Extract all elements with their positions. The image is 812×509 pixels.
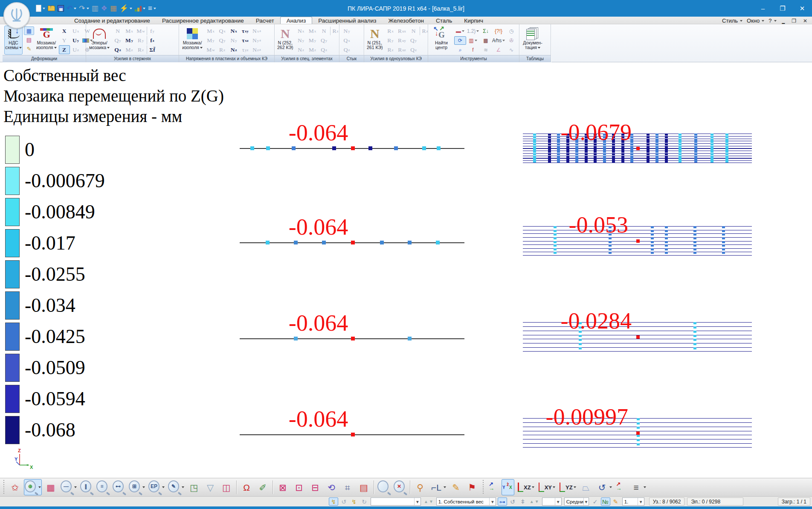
result-letter-button[interactable]: Ruz xyxy=(397,45,408,54)
result-letter-button[interactable]: My xyxy=(205,36,216,45)
save-document-icon[interactable] xyxy=(58,5,64,12)
result-letter-button[interactable]: Rz xyxy=(135,45,146,54)
history-flag-3[interactable]: ↯ xyxy=(349,497,359,506)
qat-overflow-icon[interactable]: ≡ xyxy=(148,5,156,12)
zoom-draw-button[interactable]: ✎ xyxy=(167,479,185,495)
tab-анализ[interactable]: Анализ xyxy=(280,17,313,24)
axes-xyz-button[interactable]: ↑YXZ xyxy=(502,479,514,495)
result-letter-button[interactable]: N xyxy=(408,26,419,35)
tab-расширенный-анализ[interactable]: Расширенный анализ xyxy=(312,17,382,24)
brush-button[interactable]: ✐ xyxy=(255,479,270,495)
result-letter-button[interactable]: Uz xyxy=(70,45,81,54)
measure-button[interactable]: ✎ xyxy=(24,44,34,53)
view-xz-button[interactable]: XZ xyxy=(516,479,535,495)
view-yz-button[interactable]: YZ xyxy=(558,479,577,495)
result-letter-button[interactable]: τxz xyxy=(240,36,251,45)
history-flag-4[interactable]: ↻ xyxy=(360,497,369,506)
initial-scheme-button[interactable]: ▦ xyxy=(24,26,34,35)
result-letter-button[interactable]: Mx xyxy=(124,26,135,35)
documentation-button[interactable]: Докумен- тация xyxy=(521,26,544,55)
axes-custom-button[interactable]: ↗→ xyxy=(615,479,627,495)
result-letter-button[interactable]: Nya xyxy=(251,36,262,45)
result-letter-button[interactable]: Mx xyxy=(205,26,216,35)
result-letter-button[interactable]: Ny xyxy=(341,26,352,35)
pin-toggle[interactable]: ǂ xyxy=(518,497,528,506)
history-updown[interactable]: ▲▼ xyxy=(424,499,433,504)
doc-minimize-button[interactable]: ‗ xyxy=(781,18,786,24)
zoom-plates-button[interactable]: ⊞ xyxy=(128,479,146,495)
pencil-button[interactable]: ✎ xyxy=(449,479,463,495)
rotate-model-button[interactable]: ↺ xyxy=(595,479,613,495)
mosaic-displacement-button[interactable]: GМозаика/ изополя xyxy=(35,26,58,55)
result-letter-button[interactable]: X xyxy=(59,26,70,35)
result-letter-button[interactable]: Qy xyxy=(112,36,123,45)
result-letter-button[interactable]: Qz xyxy=(408,45,419,54)
dimension-line-button[interactable]: ⌐L xyxy=(429,479,447,495)
result-letter-button[interactable]: Mw xyxy=(205,45,216,54)
graph-button[interactable]: ∠ xyxy=(493,46,505,54)
result-letter-button[interactable]: Qz xyxy=(112,45,123,54)
result-letter-button[interactable]: Nx xyxy=(228,26,239,35)
result-letter-button[interactable]: Nz xyxy=(228,45,239,54)
loadcase-updown[interactable]: ▲▼ xyxy=(530,499,539,504)
menu-Стиль[interactable]: Стиль xyxy=(722,17,742,24)
single-node-n-button[interactable]: NN (251, 261 КЭ) xyxy=(366,26,384,55)
flip-fragment-button[interactable]: ◫ xyxy=(219,479,234,495)
result-letter-button[interactable]: Mx xyxy=(307,26,318,35)
result-letter-button[interactable]: Nz xyxy=(296,45,307,54)
result-letter-button[interactable]: Nxa xyxy=(251,26,262,35)
result-letter-button[interactable]: Qy xyxy=(408,36,419,45)
filter-button[interactable]: ▽ xyxy=(203,479,218,495)
result-letter-button[interactable]: Ruy xyxy=(397,36,408,45)
result-letter-button[interactable]: Nza xyxy=(251,45,262,54)
tab-расчет[interactable]: Расчет xyxy=(250,17,280,24)
pack-schema-icon[interactable]: ▥ xyxy=(92,5,99,12)
result-letter-button[interactable]: Mw xyxy=(135,26,146,35)
tab-создание-и-редактирование[interactable]: Создание и редактирование xyxy=(68,17,156,24)
animation-button[interactable]: ✇ xyxy=(505,36,517,45)
pen-ico[interactable]: ✎ xyxy=(611,497,621,506)
result-letter-button[interactable]: Ny xyxy=(296,36,307,45)
color-scale-button[interactable]: ▬ xyxy=(454,27,466,35)
tab-железобетон[interactable]: Железобетон xyxy=(382,17,430,24)
history-flag-2[interactable]: ↺ xyxy=(339,497,348,506)
find-center-button[interactable]: ↖↗↓GНайти центр xyxy=(430,26,453,55)
result-letter-button[interactable]: Ux xyxy=(70,26,81,35)
result-letter-button[interactable]: Mz xyxy=(124,45,135,54)
history-flag-1[interactable]: ↯ xyxy=(329,497,338,506)
zoom-in-button[interactable] xyxy=(377,479,391,495)
doc-close-button[interactable]: ✕ xyxy=(802,18,809,24)
tab-сталь[interactable]: Сталь xyxy=(430,17,458,24)
result-letter-button[interactable]: Rz xyxy=(217,45,228,54)
toolbar-overflow-button[interactable]: ≡ xyxy=(629,479,647,495)
result-letter-button[interactable]: N xyxy=(319,26,330,35)
undo-icon[interactable]: ↶ xyxy=(67,5,76,12)
result-letter-button[interactable]: Qz xyxy=(341,45,352,54)
fragmentation-button[interactable]: ⊠ xyxy=(276,479,290,495)
result-letter-button[interactable]: Σf̄ xyxy=(147,45,158,54)
result-letter-button[interactable]: τxy xyxy=(240,26,251,35)
result-letter-button[interactable]: Ry xyxy=(135,36,146,45)
fill-results-button[interactable]: ▩ xyxy=(480,36,492,45)
zoom-horizontal-button[interactable]: ≡ xyxy=(96,479,110,495)
result-letter-button[interactable]: τyz xyxy=(240,45,251,54)
numbering-button[interactable]: 1.2) xyxy=(467,27,479,35)
loadcase-combo[interactable]: 1. Собственный вес▾ xyxy=(436,497,496,506)
view-xy-button[interactable]: XY xyxy=(537,479,556,495)
scale-ratio-button[interactable]: A⁄hs xyxy=(493,36,505,45)
result-letter-button[interactable]: My xyxy=(124,36,135,45)
zoom-node-element-button[interactable]: ⊷ xyxy=(112,479,126,495)
close-button[interactable]: ✕ xyxy=(792,0,812,17)
minimize-button[interactable]: – xyxy=(753,0,773,17)
refresh-toggle[interactable]: ↺ xyxy=(508,497,517,506)
result-letter-button[interactable]: fz xyxy=(147,36,158,45)
run-analysis-icon[interactable]: ⚡ xyxy=(119,5,132,12)
result-letter-button[interactable]: Rz xyxy=(385,45,396,54)
model-canvas[interactable]: Собственный весМозаика перемещений по Z(… xyxy=(0,62,812,478)
frame-3d-button[interactable]: ⌗ xyxy=(340,479,355,495)
result-letter-button[interactable]: Uy xyxy=(70,36,81,45)
deformed-scheme-button[interactable]: ▤ xyxy=(24,35,34,44)
zoom-cancel-button[interactable]: ✕ xyxy=(393,479,407,495)
fragment-rotate-button[interactable]: ⟲ xyxy=(324,479,339,495)
node-mode-toggle[interactable]: ⊶ xyxy=(498,497,507,506)
